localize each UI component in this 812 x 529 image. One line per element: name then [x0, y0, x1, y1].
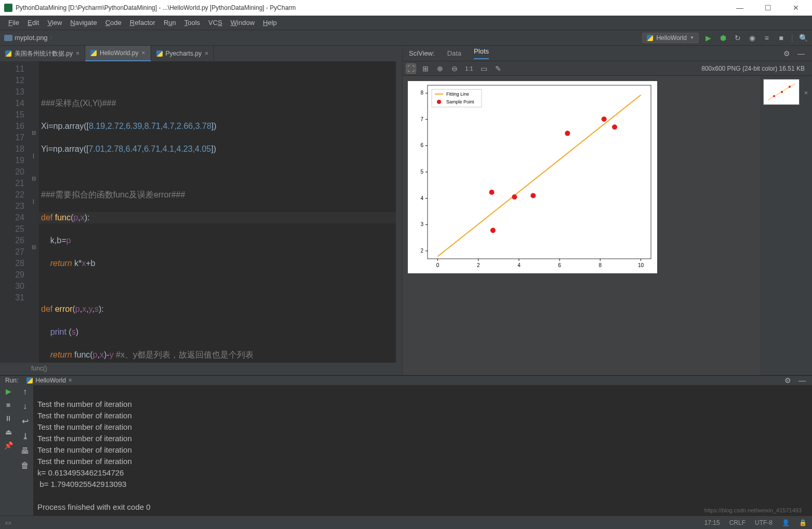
run-panel: Run: HelloWorld × ⚙ — ▶ ■ ⏸ ⏏ 📌 ↑ ↓ ↩ ⤓ … [0, 375, 812, 515]
close-button[interactable]: ✕ [788, 4, 804, 12]
menu-tools[interactable]: Tools [180, 19, 204, 27]
fit-window-icon[interactable]: ⛶ [406, 63, 416, 74]
rerun-button[interactable]: ▶ [6, 387, 11, 395]
soft-wrap-icon[interactable]: ↩ [22, 416, 29, 426]
plot-canvas[interactable]: 02468102345678Fitting LineSample Point [403, 76, 760, 375]
run-config-name: HelloWorld [656, 34, 686, 42]
minimize-panel-icon[interactable]: — [796, 49, 806, 58]
cursor-position[interactable]: 17:15 [704, 519, 720, 526]
menu-code[interactable]: Code [101, 19, 126, 27]
svg-text:6: 6 [558, 262, 561, 268]
tab-file-0[interactable]: 美国各州统计数据.py× [0, 46, 85, 61]
indicator-icon[interactable]: 👤 [782, 519, 790, 526]
exit-button[interactable]: ⏏ [5, 428, 12, 436]
profile-button[interactable]: ◉ [748, 33, 757, 43]
pause-button[interactable]: ⏸ [5, 414, 12, 422]
pin-button[interactable]: 📌 [4, 441, 13, 449]
run-actions-column: ▶ ■ ⏸ ⏏ 📌 [0, 385, 17, 526]
breadcrumb-item[interactable]: myplot.png [15, 34, 48, 42]
image-info: 800x600 PNG (24-bit color) 16.51 KB [701, 65, 805, 72]
close-icon[interactable]: × [804, 89, 808, 97]
up-icon[interactable]: ↑ [23, 387, 27, 396]
status-left-icon[interactable]: ▭ [5, 519, 11, 526]
python-icon [647, 35, 653, 41]
menu-window[interactable]: Window [227, 19, 259, 27]
concurrency-button[interactable]: ≡ [762, 33, 771, 43]
menu-view[interactable]: View [43, 19, 66, 27]
plot-thumb[interactable] [763, 79, 800, 105]
search-everywhere-button[interactable]: 🔍 [798, 33, 808, 43]
svg-point-33 [489, 190, 495, 195]
svg-text:5: 5 [420, 169, 423, 175]
svg-text:8: 8 [598, 262, 602, 268]
stop-button[interactable]: ■ [6, 401, 10, 409]
svg-point-29 [490, 228, 496, 233]
sciview-tab-plots[interactable]: Plots [474, 47, 489, 59]
maximize-button[interactable]: ☐ [760, 4, 776, 12]
menu-edit[interactable]: Edit [23, 19, 43, 27]
actual-size-button[interactable]: 1:1 [464, 63, 474, 74]
lock-icon[interactable]: 🔒 [799, 519, 807, 526]
coverage-button[interactable]: ↻ [733, 33, 742, 43]
zoom-in-icon[interactable]: ⊕ [435, 63, 445, 74]
run-tab[interactable]: HelloWorld × [26, 377, 72, 384]
app-icon [4, 4, 12, 12]
svg-text:4: 4 [517, 262, 521, 268]
zoom-out-icon[interactable]: ⊖ [449, 63, 460, 74]
menu-vcs[interactable]: VCS [204, 19, 227, 27]
minimap[interactable] [396, 61, 402, 363]
debug-button[interactable]: ⬢ [718, 33, 728, 43]
scroll-end-icon[interactable]: ⤓ [22, 431, 29, 441]
run-button[interactable]: ▶ [704, 33, 713, 43]
console-actions-column: ↑ ↓ ↩ ⤓ 🖶 🗑 [17, 385, 33, 526]
tab-file-2[interactable]: Pyecharts.py× [151, 46, 214, 61]
window-title: PythonDataMining [D:\Pycharm\PythonDataM… [16, 4, 296, 11]
trash-icon[interactable]: 🗑 [21, 461, 29, 470]
grid-icon[interactable]: ⊞ [420, 63, 431, 74]
svg-text:6: 6 [420, 142, 423, 148]
svg-text:Fitting Line: Fitting Line [446, 91, 469, 97]
plot-toolbar: ⛶ ⊞ ⊕ ⊖ 1:1 ▭ ✎ 800x600 PNG (24-bit colo… [403, 61, 812, 76]
minimize-panel-icon[interactable]: — [797, 376, 807, 385]
code-content[interactable]: ###采样点(Xi,Yi)### Xi=np.array([8.19,2.72,… [39, 61, 396, 363]
down-icon[interactable]: ↓ [23, 402, 27, 411]
navigation-bar: myplot.png 〉 HelloWorld ▼ ▶ ⬢ ↻ ◉ ≡ ■ | … [0, 30, 812, 46]
line-number-gutter: 1112 1314 1516 1718 1920 2122 2324 2526 … [0, 61, 29, 363]
close-icon[interactable]: × [76, 50, 79, 57]
stop-button[interactable]: ■ [777, 33, 786, 43]
gear-icon[interactable]: ⚙ [783, 376, 792, 385]
editor-tabs: 美国各州统计数据.py× HelloWorld.py× Pyecharts.py… [0, 46, 402, 61]
gear-icon[interactable]: ⚙ [782, 49, 791, 58]
sciview-tab-data[interactable]: Data [447, 49, 461, 57]
line-separator[interactable]: CRLF [729, 519, 746, 526]
run-config-dropdown[interactable]: HelloWorld ▼ [642, 33, 698, 43]
console-output[interactable]: Test the number of iteration Test the nu… [33, 385, 812, 526]
menu-run[interactable]: Run [159, 19, 180, 27]
run-panel-title: Run: [5, 377, 18, 384]
chevron-down-icon: ▼ [690, 35, 694, 40]
svg-text:7: 7 [420, 116, 423, 122]
editor-breadcrumb[interactable]: func() [0, 363, 402, 375]
menu-navigate[interactable]: Navigate [66, 19, 101, 27]
save-icon[interactable]: ▭ [478, 63, 489, 74]
menu-help[interactable]: Help [259, 19, 281, 27]
print-icon[interactable]: 🖶 [21, 446, 29, 456]
file-encoding[interactable]: UTF-8 [755, 519, 773, 526]
code-editor[interactable]: 1112 1314 1516 1718 1920 2122 2324 2526 … [0, 61, 402, 363]
tab-file-1[interactable]: HelloWorld.py× [85, 46, 151, 61]
svg-point-42 [781, 91, 783, 93]
svg-point-43 [789, 86, 791, 88]
menu-file[interactable]: File [4, 19, 23, 27]
svg-point-28 [602, 116, 607, 122]
svg-text:Sample Point: Sample Point [446, 99, 474, 104]
menu-refactor[interactable]: Refactor [126, 19, 159, 27]
close-icon[interactable]: × [69, 377, 72, 384]
svg-text:2: 2 [477, 262, 480, 268]
minimize-button[interactable]: — [732, 4, 748, 12]
close-icon[interactable]: × [142, 49, 145, 57]
svg-point-34 [512, 194, 517, 200]
chevron-right-icon: 〉 [50, 34, 55, 42]
color-picker-icon[interactable]: ✎ [493, 63, 503, 74]
breadcrumb-icon [4, 35, 12, 41]
close-icon[interactable]: × [205, 50, 208, 57]
